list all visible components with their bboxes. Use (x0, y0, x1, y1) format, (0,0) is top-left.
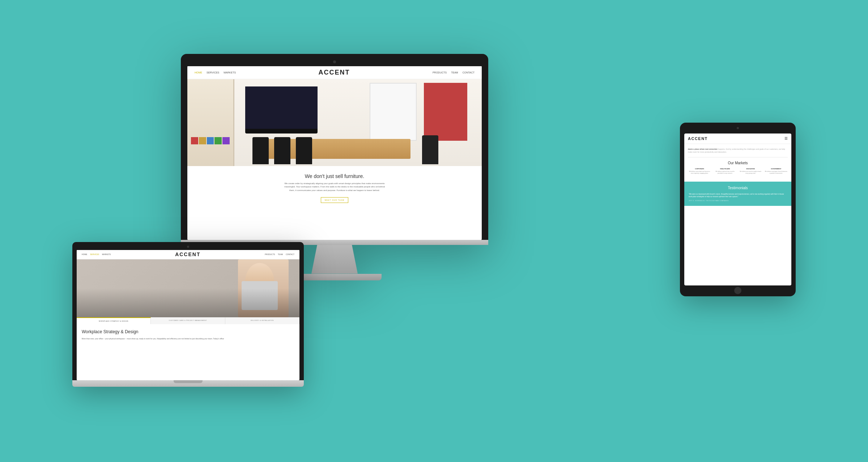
nav-team: TEAM (451, 71, 458, 74)
nav-services: SERVICES (207, 71, 219, 74)
tablet-market-healthcare: HEALTHCARE We believe top level care mus… (714, 168, 737, 175)
tablet-market-government: GOVERNMENT We believe every type of work… (765, 168, 788, 175)
laptop-website: HOME SERVICES MARKETS ACCENT PRODUCTS TE… (77, 250, 299, 380)
hero-chair-2 (274, 137, 290, 164)
tablet-market-government-label: GOVERNMENT (765, 168, 788, 170)
tablet-market-education-text: We believe we must be ready to teach eve… (739, 171, 762, 175)
hero-tv (245, 86, 318, 133)
laptop-tab-delivery[interactable]: DELIVERY & INSTALLATION (225, 317, 299, 324)
tablet-intro-highlight: desire a place where real connection (688, 148, 718, 150)
laptop-body-text: More than ever, your office – your physi… (82, 337, 294, 340)
laptop-nav: HOME SERVICES MARKETS ACCENT PRODUCTS TE… (77, 250, 299, 259)
tablet-market-healthcare-label: HEALTHCARE (714, 168, 737, 170)
hero-chair-1 (252, 137, 269, 164)
laptop-nav-markets: MARKETS (102, 253, 111, 255)
laptop-service-tabs: WORKPLACE STRATEGY & DESIGN CUSTOMER CAR… (77, 317, 299, 324)
laptop-logo: ACCENT (175, 251, 200, 257)
hero-scene (187, 79, 482, 166)
monitor-screen: HOME SERVICES MARKETS ACCENT PRODUCTS TE… (187, 66, 482, 240)
tablet-bezel: ACCENT ☰ desire a place where real conne… (680, 123, 796, 296)
monitor-camera (333, 60, 336, 63)
tablet-testimonials-section: Testimonials "We were so impressed with … (684, 182, 791, 206)
nav-markets: MARKETS (224, 71, 236, 74)
tablet-logo: ACCENT (688, 136, 708, 141)
laptop-bezel: HOME SERVICES MARKETS ACCENT PRODUCTS TE… (72, 242, 304, 380)
tablet-markets-section: Our Markets CORPORATE We believe every d… (684, 157, 791, 182)
tablet-screen: ACCENT ☰ desire a place where real conne… (684, 133, 791, 285)
tablet-market-corporate-label: CORPORATE (688, 168, 711, 170)
desktop-tagline: We don't just sell furniture. (195, 173, 475, 179)
laptop-screen: HOME SERVICES MARKETS ACCENT PRODUCTS TE… (77, 250, 299, 380)
laptop-camera (187, 246, 189, 248)
laptop-nav-team: TEAM (278, 253, 283, 255)
desktop-website: HOME SERVICES MARKETS ACCENT PRODUCTS TE… (187, 66, 482, 240)
laptop-hero-image (77, 259, 299, 317)
monitor-stand (306, 245, 363, 274)
tablet-market-education-label: EDUCATION (739, 168, 762, 170)
tablet-market-education: EDUCATION We believe we must be ready to… (739, 168, 762, 175)
monitor-bezel: HOME SERVICES MARKETS ACCENT PRODUCTS TE… (181, 54, 488, 240)
hero-chair-3 (296, 137, 312, 164)
desktop-logo: ACCENT (319, 69, 350, 76)
tablet-website: ACCENT ☰ desire a place where real conne… (684, 133, 791, 285)
tablet-intro-text: desire a place where real connection hap… (684, 144, 791, 157)
tablet-home-button (734, 287, 741, 294)
laptop-base (72, 380, 304, 387)
tablet-quote-author: JEFF D. KOORNBLUH, THE RUCKEYMAN COMPANI… (689, 200, 787, 202)
main-scene: HOME SERVICES MARKETS ACCENT PRODUCTS TE… (36, 32, 832, 430)
tablet-market-healthcare-text: We believe top level care must be provid… (714, 171, 737, 175)
laptop-nav-products: PRODUCTS (265, 253, 275, 255)
tablet-testimonials-title: Testimonials (689, 186, 787, 190)
nav-contact: CONTACT (463, 71, 475, 74)
tablet-quote-text: "We were so impressed with Accent's visi… (689, 193, 787, 198)
tablet-device: ACCENT ☰ desire a place where real conne… (680, 123, 796, 296)
laptop-content-area: Workplace Strategy & Design More than ev… (77, 324, 299, 346)
desktop-hero-image (187, 79, 482, 166)
tablet-camera (737, 127, 739, 129)
tablet-markets-grid: CORPORATE We believe every desk can beco… (688, 168, 788, 175)
laptop-tab-workplace[interactable]: WORKPLACE STRATEGY & DESIGN (77, 317, 151, 324)
tablet-markets-title: Our Markets (688, 161, 788, 165)
laptop-section-title: Workplace Strategy & Design (82, 329, 294, 334)
laptop-tab-customer-care[interactable]: CUSTOMER CARE & PROJECT MANAGEMENT (151, 317, 225, 324)
hero-whiteboard (370, 83, 417, 141)
tablet-market-corporate-text: We believe every desk can become a more … (688, 171, 711, 175)
hero-chair-4 (422, 135, 438, 164)
laptop-notch (174, 380, 203, 383)
hero-books (191, 137, 230, 144)
desktop-nav-left: HOME SERVICES MARKETS (195, 71, 236, 74)
laptop-nav-home: HOME (82, 253, 87, 255)
laptop-nav-right: PRODUCTS TEAM CONTACT (265, 253, 294, 255)
tablet-market-corporate: CORPORATE We believe every desk can beco… (688, 168, 711, 175)
laptop-nav-services: SERVICES (90, 253, 99, 255)
tablet-market-government-text: We believe every type of work deserves a… (765, 171, 788, 175)
laptop-hero-overlay (77, 288, 299, 317)
nav-products: PRODUCTS (433, 71, 447, 74)
laptop-nav-left: HOME SERVICES MARKETS (82, 253, 111, 255)
desktop-cta-button[interactable]: MEET OUR TEAM (321, 197, 349, 203)
desktop-tagline-section: We don't just sell furniture. We create … (187, 166, 482, 211)
desktop-body-text: We create order by strategically alignin… (284, 182, 385, 192)
laptop-nav-contact: CONTACT (286, 253, 294, 255)
hero-red-panel (424, 83, 467, 141)
desktop-nav-right: PRODUCTS TEAM CONTACT (433, 71, 475, 74)
tablet-menu-icon[interactable]: ☰ (784, 136, 788, 140)
laptop-device: HOME SERVICES MARKETS ACCENT PRODUCTS TE… (72, 242, 304, 387)
hero-bookshelf (187, 79, 234, 166)
desktop-nav: HOME SERVICES MARKETS ACCENT PRODUCTS TE… (187, 66, 482, 79)
tablet-header: ACCENT ☰ (684, 133, 791, 144)
nav-home: HOME (195, 71, 202, 74)
